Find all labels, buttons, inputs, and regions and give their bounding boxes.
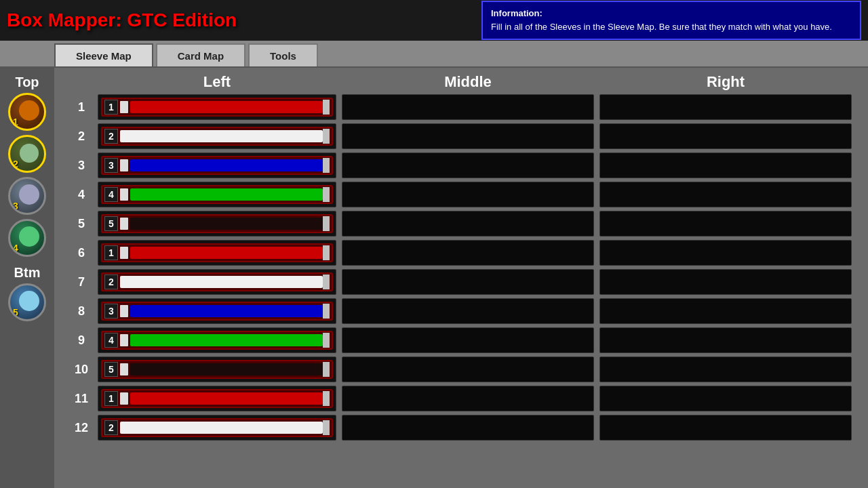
- sleeve-middle-7[interactable]: [342, 269, 594, 295]
- sleeve-left-6[interactable]: 1: [98, 240, 336, 266]
- sleeve-middle-12[interactable]: [342, 415, 594, 441]
- avatar-4-num: 4: [13, 243, 18, 253]
- sleeve-right-8[interactable]: [599, 298, 852, 324]
- avatar-2-num: 2: [13, 159, 18, 169]
- column-headers: Left Middle Right: [61, 73, 861, 91]
- main-area: Top 1 2 3 4 Btm 5: [0, 68, 868, 488]
- row-num-11: 11: [68, 392, 95, 406]
- avatar-panel: Top 1 2 3 4 Btm 5: [0, 68, 54, 488]
- sleeve-right-12[interactable]: [599, 415, 852, 441]
- sleeve-right-9[interactable]: [599, 327, 852, 353]
- sleeve-right-1[interactable]: [599, 94, 852, 120]
- sleeve-right-6[interactable]: [599, 240, 852, 266]
- sleeve-left-4[interactable]: 4: [98, 182, 336, 207]
- row-num-8: 8: [68, 304, 95, 319]
- sleeve-right-7[interactable]: [599, 269, 852, 295]
- info-body: Fill in all of the Sleeves in the Sleeve…: [491, 21, 852, 33]
- app-title: Box Mapper: GTC Edition: [7, 9, 237, 31]
- tab-card-map[interactable]: Card Map: [156, 43, 245, 66]
- avatar-5: 5: [8, 283, 46, 321]
- col-header-empty: [68, 73, 95, 91]
- sleeve-left-3[interactable]: 3: [98, 152, 336, 178]
- row-num-3: 3: [68, 159, 95, 173]
- top-label: Top: [15, 75, 39, 90]
- grid-row-11: 111: [61, 385, 861, 412]
- sleeve-left-2[interactable]: 2: [98, 123, 336, 149]
- info-box: Information: Fill in all of the Sleeves …: [481, 1, 861, 40]
- grid-row-8: 83: [61, 298, 861, 325]
- sleeve-middle-4[interactable]: [342, 182, 594, 207]
- col-header-right: Right: [597, 73, 854, 91]
- sleeve-left-10[interactable]: 5: [98, 357, 336, 382]
- col-header-middle: Middle: [339, 73, 597, 91]
- avatar-group-4: 4: [8, 219, 46, 258]
- grid-row-7: 72: [61, 268, 861, 296]
- avatar-group-3: 3: [8, 177, 46, 216]
- col-header-left: Left: [95, 73, 339, 91]
- info-title: Information:: [491, 7, 852, 20]
- grid-row-9: 94: [61, 327, 861, 354]
- sleeve-middle-11[interactable]: [342, 386, 594, 411]
- row-num-6: 6: [68, 246, 95, 260]
- app-header: Box Mapper: GTC Edition Information: Fil…: [0, 0, 868, 41]
- avatar-2: 2: [8, 135, 46, 173]
- grid-row-6: 61: [61, 239, 861, 266]
- tab-tools[interactable]: Tools: [248, 43, 318, 66]
- row-num-12: 12: [68, 421, 95, 435]
- sleeve-right-4[interactable]: [599, 182, 852, 207]
- sleeve-middle-1[interactable]: [342, 94, 594, 120]
- row-num-1: 1: [68, 100, 95, 115]
- sleeve-middle-6[interactable]: [342, 240, 594, 266]
- grid-area: Left Middle Right 1122334455617283941051…: [54, 68, 868, 488]
- grid-row-5: 55: [61, 210, 861, 237]
- rows-container: 112233445561728394105111122: [61, 94, 861, 441]
- sleeve-left-11[interactable]: 1: [98, 386, 336, 411]
- grid-row-3: 33: [61, 152, 861, 179]
- sleeve-middle-3[interactable]: [342, 152, 594, 178]
- sleeve-middle-5[interactable]: [342, 211, 594, 237]
- sleeve-middle-2[interactable]: [342, 123, 594, 149]
- btm-label: Btm: [14, 265, 41, 281]
- grid-row-12: 122: [61, 414, 861, 441]
- row-num-5: 5: [68, 217, 95, 231]
- sleeve-middle-9[interactable]: [342, 327, 594, 353]
- sleeve-left-8[interactable]: 3: [98, 298, 336, 324]
- sleeve-middle-8[interactable]: [342, 298, 594, 324]
- sleeve-left-7[interactable]: 2: [98, 269, 336, 295]
- grid-row-10: 105: [61, 356, 861, 383]
- avatar-5-num: 5: [13, 307, 18, 318]
- avatar-1: 1: [8, 93, 46, 131]
- sleeve-middle-10[interactable]: [342, 357, 594, 382]
- row-num-2: 2: [68, 129, 95, 144]
- grid-row-2: 22: [61, 123, 861, 150]
- sleeve-right-11[interactable]: [599, 386, 852, 411]
- sleeve-right-2[interactable]: [599, 123, 852, 149]
- grid-row-4: 44: [61, 181, 861, 208]
- tab-sleeve-map[interactable]: Sleeve Map: [54, 43, 153, 66]
- row-num-4: 4: [68, 188, 95, 202]
- sleeve-left-5[interactable]: 5: [98, 211, 336, 237]
- tab-bar: Sleeve Map Card Map Tools: [0, 41, 868, 68]
- sleeve-left-1[interactable]: 1: [98, 94, 336, 120]
- avatar-group-5: Btm 5: [8, 265, 46, 323]
- avatar-4: 4: [8, 219, 46, 257]
- sleeve-right-10[interactable]: [599, 357, 852, 382]
- avatar-group-2: 2: [8, 135, 46, 174]
- avatar-3-num: 3: [13, 201, 18, 211]
- row-num-9: 9: [68, 333, 95, 348]
- grid-row-1: 11: [61, 94, 861, 121]
- avatar-1-num: 1: [13, 117, 18, 127]
- sleeve-left-9[interactable]: 4: [98, 327, 336, 353]
- avatar-3: 3: [8, 177, 46, 215]
- row-num-10: 10: [68, 363, 95, 377]
- sleeve-right-5[interactable]: [599, 211, 852, 237]
- sleeve-left-12[interactable]: 2: [98, 415, 336, 441]
- row-num-7: 7: [68, 275, 95, 289]
- avatar-group-1: 1: [8, 93, 46, 132]
- sleeve-right-3[interactable]: [599, 152, 852, 178]
